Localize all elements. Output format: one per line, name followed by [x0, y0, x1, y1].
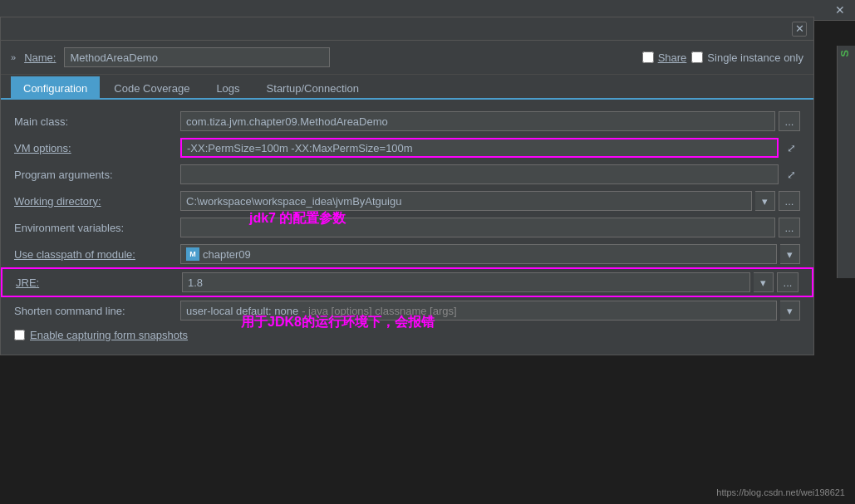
- shorten-row: Shorten command line: user-local default…: [1, 297, 813, 324]
- shorten-suffix: - java [options] classname [args]: [302, 305, 456, 317]
- classpath-value: chapter09: [203, 248, 251, 261]
- working-dir-dropdown-button[interactable]: ▾: [755, 191, 775, 211]
- enable-snapshots-checkbox[interactable]: [14, 330, 25, 340]
- classpath-dropdown-arrow[interactable]: ▾: [780, 244, 800, 264]
- tab-startup-connection[interactable]: Startup/Connection: [254, 76, 371, 100]
- tabs-bar: Configuration Code Coverage Logs Startup…: [1, 75, 813, 100]
- jre-dropdown[interactable]: 1.8: [182, 272, 750, 292]
- vm-options-input[interactable]: [180, 138, 779, 158]
- working-dir-label: Working directory:: [14, 195, 180, 208]
- env-vars-input[interactable]: [180, 218, 775, 237]
- dialog-close-button[interactable]: ✕: [792, 22, 807, 37]
- main-class-field: ...: [180, 111, 800, 131]
- shorten-dropdown-arrow[interactable]: ▾: [780, 301, 800, 321]
- single-instance-checkbox[interactable]: [691, 51, 703, 63]
- share-checkbox[interactable]: [642, 51, 654, 63]
- name-row: » Name: Share Single instance only: [1, 41, 813, 75]
- tab-code-coverage[interactable]: Code Coverage: [101, 76, 202, 100]
- jre-row: JRE: 1.8 ▾ ...: [1, 267, 813, 297]
- dialog-titlebar: ✕: [1, 17, 813, 41]
- share-group: Share Single instance only: [642, 51, 803, 64]
- vm-options-field: ⤢: [180, 138, 800, 158]
- shorten-field: user-local default: none - java [options…: [180, 301, 800, 321]
- share-checkbox-wrap: Share: [642, 51, 687, 64]
- shorten-label: Shorten command line:: [14, 305, 180, 317]
- vm-options-row: VM options: ⤢: [1, 135, 813, 161]
- jre-dots-button[interactable]: ...: [777, 272, 798, 292]
- classpath-row: Use classpath of module: M chapter09 ▾: [1, 241, 813, 267]
- working-dir-field: ▾ ...: [180, 191, 800, 211]
- env-vars-field: ...: [180, 218, 800, 237]
- vm-options-label: VM options:: [14, 142, 180, 154]
- ide-right-label: S: [838, 50, 851, 57]
- program-args-label: Program arguments:: [14, 169, 180, 181]
- env-vars-dots-button[interactable]: ...: [779, 218, 800, 237]
- env-vars-row: Environment variables: ...: [1, 214, 813, 241]
- enable-snapshots-row: Enable capturing form snapshots: [1, 324, 813, 346]
- program-args-expand-button[interactable]: ⤢: [782, 165, 800, 183]
- classpath-field: M chapter09 ▾: [180, 244, 800, 264]
- working-dir-input[interactable]: [180, 191, 752, 211]
- enable-snapshots-label: Enable capturing form snapshots: [30, 329, 188, 341]
- main-class-dots-button[interactable]: ...: [779, 111, 800, 131]
- module-icon: M: [186, 247, 199, 261]
- form-content: Main class: ... VM options: ⤢ Program ar…: [1, 100, 813, 355]
- tab-logs[interactable]: Logs: [204, 76, 252, 100]
- env-vars-label: Environment variables:: [14, 222, 180, 234]
- run-config-dialog: ✕ » Name: Share Single instance only Con…: [0, 17, 814, 355]
- main-class-label: Main class:: [14, 115, 180, 128]
- tab-configuration[interactable]: Configuration: [11, 76, 100, 100]
- program-args-input[interactable]: [180, 164, 779, 184]
- program-args-field: ⤢: [180, 164, 800, 184]
- name-label: Name:: [24, 51, 56, 64]
- jre-dropdown-arrow[interactable]: ▾: [754, 272, 774, 292]
- classpath-dropdown[interactable]: M chapter09: [180, 244, 777, 264]
- jre-value: 1.8: [188, 276, 203, 289]
- classpath-label: Use classpath of module:: [14, 248, 180, 261]
- main-class-input[interactable]: [180, 111, 775, 131]
- main-class-row: Main class: ...: [1, 108, 813, 135]
- ide-right-panel: [837, 46, 855, 278]
- jre-field: 1.8 ▾ ...: [182, 272, 798, 292]
- name-input[interactable]: [64, 47, 330, 67]
- single-instance-wrap: Single instance only: [691, 51, 803, 64]
- single-instance-label: Single instance only: [707, 51, 803, 64]
- jre-label: JRE:: [16, 276, 182, 289]
- shorten-value: user-local default: none: [186, 305, 298, 317]
- vm-options-expand-button[interactable]: ⤢: [782, 139, 800, 157]
- working-dir-row: Working directory: ▾ ...: [1, 188, 813, 214]
- program-args-row: Program arguments: ⤢: [1, 161, 813, 188]
- enable-snapshots-wrap: Enable capturing form snapshots: [14, 329, 188, 341]
- top-close-button[interactable]: ✕: [832, 2, 848, 18]
- nav-arrows: »: [11, 52, 16, 62]
- working-dir-dots-button[interactable]: ...: [779, 191, 800, 211]
- shorten-dropdown[interactable]: user-local default: none - java [options…: [180, 301, 777, 321]
- url-watermark: https://blog.csdn.net/wei198621: [716, 487, 845, 497]
- share-label: Share: [658, 51, 687, 64]
